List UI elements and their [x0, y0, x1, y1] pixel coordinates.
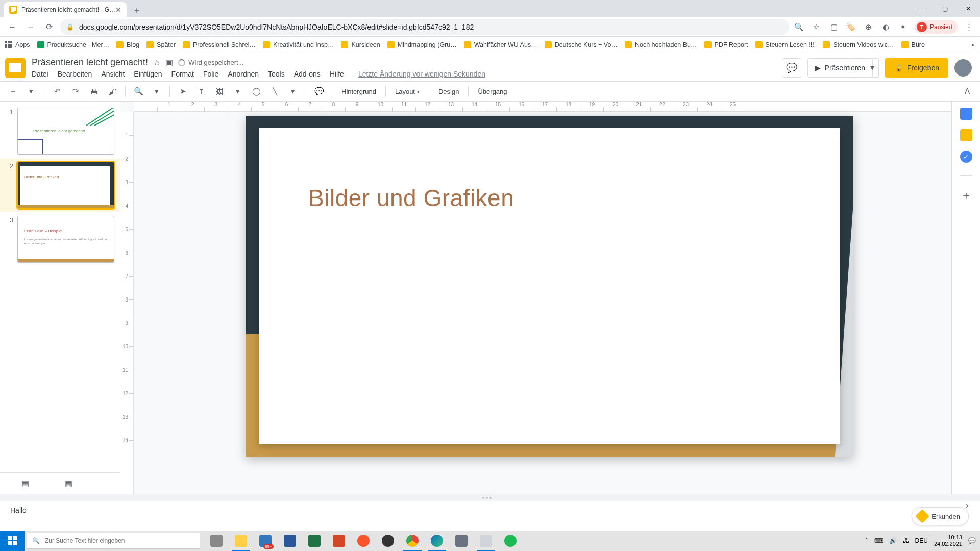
new-slide-dropdown[interactable]: ▾	[23, 84, 39, 99]
menu-bearbeiten[interactable]: Bearbeiten	[58, 70, 92, 78]
doc-history-link[interactable]: Letzte Änderung vor wenigen Sekunden	[358, 70, 485, 78]
bookmark-item[interactable]: Steuern Lesen !!!!	[755, 41, 816, 48]
bookmark-item[interactable]: Büro	[901, 41, 925, 48]
taskbar-brave[interactable]	[351, 531, 376, 551]
bookmark-item[interactable]: Noch hochladen Bu…	[625, 41, 697, 48]
menu-ansicht[interactable]: Ansicht	[101, 70, 125, 78]
address-bar[interactable]: 🔒 docs.google.com/presentation/d/1yV372S…	[60, 19, 789, 35]
menu-tools[interactable]: Tools	[268, 70, 285, 78]
textbox-button[interactable]: 🅃	[193, 84, 209, 99]
keep-addon-icon[interactable]	[960, 129, 972, 141]
browser-tab-active[interactable]: Präsentieren leicht gemacht! - G… ✕	[4, 2, 127, 17]
taskbar-search[interactable]: 🔍 Zur Suche Text hier eingeben	[27, 533, 200, 549]
explore-button[interactable]: Erkunden	[912, 507, 969, 525]
task-view-button[interactable]	[204, 531, 229, 551]
tray-chevron-up-icon[interactable]: ˄	[865, 537, 868, 544]
filmstrip[interactable]: 1 Präsentieren leicht gemacht! 2 Bilder …	[0, 102, 120, 472]
taskbar-word[interactable]	[278, 531, 302, 551]
window-maximize-button[interactable]	[933, 0, 957, 17]
layout-dropdown[interactable]: Layout	[391, 84, 424, 99]
menu-hilfe[interactable]: Hilfe	[330, 70, 344, 78]
comments-button[interactable]: 💬	[782, 58, 801, 78]
speaker-notes[interactable]: Hallo › Erkunden	[0, 501, 980, 531]
tray-notifications-icon[interactable]: 💬	[968, 537, 976, 544]
shopping-icon[interactable]: 🏷️	[845, 21, 857, 33]
taskbar-obs[interactable]	[376, 531, 400, 551]
account-avatar[interactable]	[954, 59, 972, 77]
taskbar-chrome[interactable]	[400, 531, 425, 551]
notes-next-icon[interactable]: ›	[966, 500, 969, 511]
select-tool-button[interactable]: ➤	[175, 84, 190, 99]
line-button[interactable]: ╲	[267, 84, 282, 99]
nav-back-button[interactable]: ←	[5, 20, 19, 34]
window-minimize-button[interactable]	[910, 0, 933, 17]
bookmark-item[interactable]: Später	[146, 41, 176, 48]
undo-button[interactable]: ↶	[50, 84, 65, 99]
slide-title-text[interactable]: Bilder und Grafiken	[308, 184, 514, 212]
paint-format-button[interactable]: 🖌	[105, 84, 120, 99]
share-button[interactable]: 🔒 Freigeben	[885, 58, 948, 78]
taskbar-app-1[interactable]	[449, 531, 474, 551]
doc-title[interactable]: Präsentieren leicht gemacht!	[32, 57, 148, 68]
bookmark-item[interactable]: Kursideen	[341, 41, 380, 48]
menu-anordnen[interactable]: Anordnen	[228, 70, 259, 78]
calendar-addon-icon[interactable]	[960, 108, 972, 120]
bookmark-item[interactable]: Mindmapping (Gru…	[387, 41, 457, 48]
notes-text[interactable]: Hallo	[10, 506, 27, 514]
design-button[interactable]: Design	[434, 84, 463, 99]
taskbar-explorer[interactable]	[229, 531, 253, 551]
menu-format[interactable]: Format	[172, 70, 194, 78]
taskbar-spotify[interactable]	[498, 531, 523, 551]
taskbar-edge-legacy[interactable]: 99+	[253, 531, 278, 551]
taskbar-edge[interactable]	[425, 531, 449, 551]
slide-thumb-2[interactable]: Bilder und Grafiken	[17, 162, 114, 209]
chrome-menu-icon[interactable]: ⋮	[963, 21, 975, 33]
print-button[interactable]: 🖶	[86, 84, 102, 99]
view-filmstrip-icon[interactable]: ▤	[21, 479, 29, 488]
taskbar-powerpoint[interactable]	[327, 531, 351, 551]
background-button[interactable]: Hintergrund	[337, 84, 380, 99]
menu-datei[interactable]: Datei	[32, 70, 48, 78]
new-tab-button[interactable]: ＋	[130, 3, 144, 17]
notes-splitter[interactable]	[0, 494, 980, 501]
slide-background[interactable]: Bilder und Grafiken	[246, 116, 853, 457]
bookmark-item[interactable]: PDF Report	[704, 41, 748, 48]
transition-button[interactable]: Übergang	[474, 84, 511, 99]
tab-close-icon[interactable]: ✕	[115, 6, 121, 14]
translate-icon[interactable]: ⊕	[863, 21, 875, 33]
taskbar-notepad[interactable]	[474, 531, 498, 551]
collapse-toolbar-icon[interactable]: ᐱ	[960, 84, 975, 99]
image-button[interactable]: 🖼	[212, 84, 227, 99]
extensions-icon[interactable]: ✦	[897, 21, 910, 33]
bookmark-item[interactable]: Deutsche Kurs + Vo…	[545, 41, 618, 48]
tray-language[interactable]: DEU	[915, 537, 928, 544]
bookmark-item[interactable]: Professionell Schrei…	[183, 41, 256, 48]
slide-stage[interactable]: Bilder und Grafiken	[134, 112, 951, 494]
zoom-button[interactable]: 🔍	[131, 84, 146, 99]
image-dropdown[interactable]: ▾	[230, 84, 246, 99]
taskbar-excel[interactable]	[302, 531, 327, 551]
present-dropdown[interactable]: ▾	[867, 58, 879, 78]
profile-chip-paused[interactable]: T Pausiert	[915, 20, 958, 34]
adblock-icon[interactable]: ◐	[880, 21, 892, 33]
tray-volume-icon[interactable]: 🔊	[889, 537, 897, 544]
reader-icon[interactable]: ▢	[828, 21, 840, 33]
bookmark-item[interactable]: Wahlfächer WU Aus…	[464, 41, 537, 48]
window-close-button[interactable]	[957, 0, 980, 17]
start-button[interactable]	[0, 531, 24, 551]
tray-keyboard-icon[interactable]: ⌨	[874, 537, 883, 544]
bookmarks-overflow-icon[interactable]: »	[971, 41, 975, 48]
move-to-drive-icon[interactable]: ▣	[165, 58, 173, 67]
slides-logo-icon[interactable]	[5, 58, 26, 78]
tray-network-icon[interactable]: 🖧	[903, 537, 909, 544]
menu-folie[interactable]: Folie	[203, 70, 218, 78]
comment-insert-button[interactable]: 💬	[311, 84, 327, 99]
bookmark-star-icon[interactable]: ☆	[811, 21, 823, 33]
add-addon-button[interactable]: ＋	[961, 188, 972, 203]
view-grid-icon[interactable]: ▦	[65, 479, 72, 488]
zoom-dropdown[interactable]: ▾	[149, 84, 164, 99]
redo-button[interactable]: ↷	[68, 84, 83, 99]
tasks-addon-icon[interactable]	[960, 151, 972, 163]
ruler-vertical[interactable]	[120, 112, 134, 494]
present-button[interactable]: ▶ Präsentieren	[807, 58, 873, 78]
